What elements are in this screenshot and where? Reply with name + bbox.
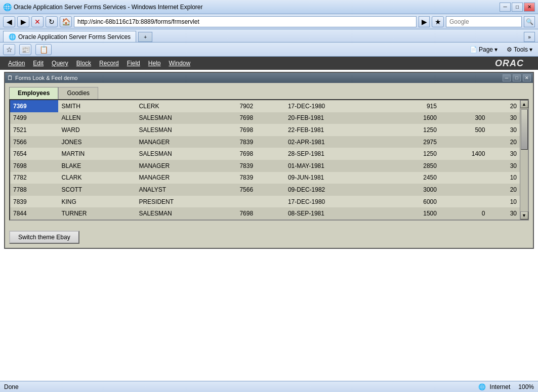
tab-icon: 🌐	[9, 33, 16, 40]
cell-sal: 2450	[391, 172, 439, 184]
cell-hiredate: 08-SEP-1981	[285, 207, 392, 220]
forms-close-button[interactable]: ✕	[523, 74, 531, 81]
cell-job: MANAGER	[136, 160, 236, 172]
favorites-button[interactable]: ☆	[3, 44, 15, 55]
cell-comm: 300	[440, 112, 488, 124]
tab-employees[interactable]: Employees	[9, 87, 58, 99]
employee-table-container: 7369SMITHCLERK790217-DEC-1980915207499AL…	[9, 99, 529, 221]
add-favorites-button[interactable]: ★	[432, 16, 444, 27]
table-row[interactable]: 7698BLAKEMANAGER783901-MAY-1981285030	[10, 160, 520, 172]
forms-minimize-button[interactable]: ─	[503, 74, 511, 81]
refresh-button[interactable]: ↻	[46, 16, 58, 27]
cell-deptno: 30	[488, 160, 520, 172]
forms-app-area: Forms Services 🗒 Forms Look & Feel demo …	[0, 72, 538, 294]
cell-empno: 7782	[10, 172, 58, 184]
cell-sal: 3000	[391, 184, 439, 196]
go-button[interactable]: ▶	[419, 16, 430, 27]
menu-field[interactable]: Field	[123, 58, 144, 69]
cell-mgr: 7566	[236, 184, 284, 196]
cell-hiredate: 02-APR-1981	[285, 136, 392, 148]
cell-ename: BLAKE	[58, 160, 136, 172]
cell-hiredate: 01-MAY-1981	[285, 160, 392, 172]
cell-ename: ALLEN	[58, 112, 136, 124]
table-row[interactable]: 7788SCOTTANALYST756609-DEC-1982300020	[10, 184, 520, 196]
cell-deptno: 20	[488, 100, 520, 112]
table-row[interactable]: 7654MARTINSALESMAN769828-SEP-19811250140…	[10, 148, 520, 160]
menu-help[interactable]: Help	[144, 58, 165, 69]
close-button[interactable]: ✕	[524, 3, 535, 12]
cell-comm: 500	[440, 124, 488, 136]
cell-deptno: 10	[488, 172, 520, 184]
cell-hiredate: 09-JUN-1981	[285, 172, 392, 184]
cell-job: SALESMAN	[136, 124, 236, 136]
cell-sal: 2975	[391, 136, 439, 148]
forms-maximize-button[interactable]: □	[513, 74, 521, 81]
menu-edit[interactable]: Edit	[29, 58, 48, 69]
cell-mgr	[236, 196, 284, 208]
cell-job: ANALYST	[136, 184, 236, 196]
cell-mgr: 7698	[236, 112, 284, 124]
cell-sal: 6000	[391, 196, 439, 208]
browser-tab-main[interactable]: 🌐 Oracle Application Server Forms Servic…	[3, 31, 136, 42]
switch-theme-button[interactable]: Switch theme Ebay	[9, 231, 79, 244]
menu-window[interactable]: Window	[164, 58, 194, 69]
table-row[interactable]: 7782CLARKMANAGER783909-JUN-1981245010	[10, 172, 520, 184]
feeds-button[interactable]: 📰	[19, 44, 31, 55]
cell-mgr: 7839	[236, 160, 284, 172]
home-button[interactable]: 🏠	[60, 16, 72, 27]
search-button[interactable]: 🔍	[524, 16, 535, 27]
forward-button[interactable]: ▶	[17, 16, 29, 27]
cell-deptno: 20	[488, 136, 520, 148]
cell-mgr: 7902	[236, 100, 284, 112]
cell-comm: 0	[440, 207, 488, 220]
menu-action[interactable]: Action	[4, 58, 29, 69]
command-bar: ☆ 📰 📋 📄 Page ▾ ⚙ Tools ▾	[0, 42, 538, 57]
cell-mgr: 7839	[236, 136, 284, 148]
scroll-down-button[interactable]: ▼	[520, 211, 528, 220]
forms-window-icon: 🗒	[7, 74, 13, 81]
table-row[interactable]: 7521WARDSALESMAN769822-FEB-1981125050030	[10, 124, 520, 136]
forms-content: Employees Goodies 7369SMITHCLERK790217-D…	[5, 83, 533, 248]
stop-button[interactable]: ✕	[31, 16, 44, 27]
cell-comm	[440, 100, 488, 112]
cell-comm	[440, 196, 488, 208]
search-input[interactable]	[446, 16, 522, 27]
table-row[interactable]: 7839KINGPRESIDENT17-DEC-1980600010	[10, 196, 520, 208]
tab-menu-button[interactable]: »	[524, 32, 535, 42]
cell-deptno: 30	[488, 124, 520, 136]
scroll-thumb[interactable]	[521, 109, 528, 150]
cell-empno: 7839	[10, 196, 58, 208]
cell-empno: 7788	[10, 184, 58, 196]
address-bar[interactable]	[74, 16, 417, 27]
cell-ename: JONES	[58, 136, 136, 148]
back-button[interactable]: ◀	[3, 16, 15, 27]
cell-deptno: 30	[488, 148, 520, 160]
cell-ename: SCOTT	[58, 184, 136, 196]
scroll-up-button[interactable]: ▲	[520, 100, 528, 108]
tools-button[interactable]: ⚙ Tools ▾	[504, 45, 535, 55]
cell-job: SALESMAN	[136, 148, 236, 160]
menu-query[interactable]: Query	[48, 58, 72, 69]
cell-empno: 7521	[10, 124, 58, 136]
cell-mgr: 7839	[236, 172, 284, 184]
cell-ename: TURNER	[58, 207, 136, 220]
page-button[interactable]: 📄 Page ▾	[467, 45, 500, 55]
maximize-button[interactable]: □	[512, 3, 523, 12]
history-button[interactable]: 📋	[35, 44, 52, 55]
menu-block[interactable]: Block	[72, 58, 95, 69]
cell-comm	[440, 184, 488, 196]
minimize-button[interactable]: ─	[500, 3, 511, 12]
table-scrollbar: ▲ ▼	[520, 100, 528, 220]
cell-hiredate: 20-FEB-1981	[285, 112, 392, 124]
cell-job: SALESMAN	[136, 112, 236, 124]
tools-dropdown-icon: ▾	[529, 46, 532, 53]
table-row[interactable]: 7566JONESMANAGER783902-APR-1981297520	[10, 136, 520, 148]
new-tab-button[interactable]: +	[138, 32, 152, 42]
tab-goodies[interactable]: Goodies	[58, 87, 98, 99]
window-controls: ─ □ ✕	[500, 3, 535, 12]
menu-record[interactable]: Record	[95, 58, 123, 69]
table-row[interactable]: 7499ALLENSALESMAN769820-FEB-198116003003…	[10, 112, 520, 124]
cell-empno: 7844	[10, 207, 58, 220]
table-row[interactable]: 7369SMITHCLERK790217-DEC-198091520	[10, 100, 520, 112]
table-row[interactable]: 7844TURNERSALESMAN769808-SEP-19811500030	[10, 207, 520, 220]
